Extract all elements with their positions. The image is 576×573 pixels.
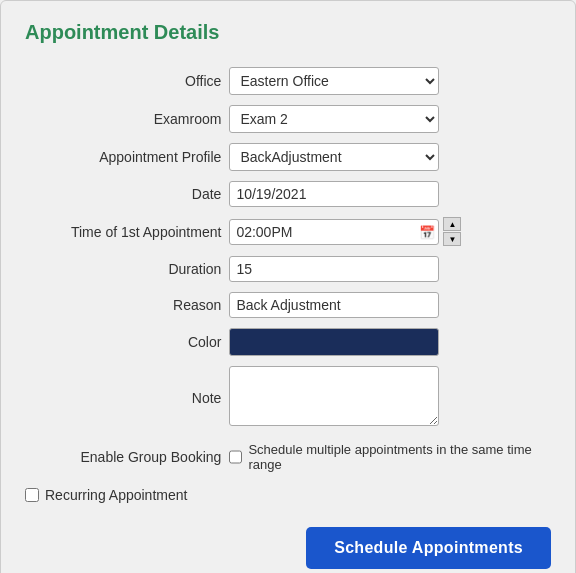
group-booking-cell: Schedule multiple appointments in the sa…: [225, 434, 551, 477]
note-row: Note: [25, 361, 551, 434]
examroom-row: Examroom Exam 1 Exam 2 Exam 3: [25, 100, 551, 138]
recurring-row: Recurring Appointment: [25, 487, 551, 503]
time-icon-wrapper: 📅: [229, 219, 439, 245]
reason-cell: [225, 287, 551, 323]
office-row: Office Eastern Office Western Office Nor…: [25, 62, 551, 100]
time-increment-button[interactable]: ▲: [443, 217, 461, 231]
reason-input[interactable]: [229, 292, 439, 318]
profile-row: Appointment Profile BackAdjustment Consu…: [25, 138, 551, 176]
office-cell: Eastern Office Western Office Northern O…: [225, 62, 551, 100]
group-booking-row: Enable Group Booking Schedule multiple a…: [25, 434, 551, 477]
duration-label: Duration: [25, 251, 225, 287]
form-table: Office Eastern Office Western Office Nor…: [25, 62, 551, 477]
group-booking-description: Schedule multiple appointments in the sa…: [248, 442, 547, 472]
group-booking-checkbox[interactable]: [229, 450, 242, 464]
duration-cell: [225, 251, 551, 287]
note-cell: [225, 361, 551, 434]
note-textarea[interactable]: [229, 366, 439, 426]
color-swatch[interactable]: [229, 328, 439, 356]
group-booking-inner: Schedule multiple appointments in the sa…: [229, 442, 547, 472]
profile-cell: BackAdjustment Consultation Follow-up: [225, 138, 551, 176]
examroom-label: Examroom: [25, 100, 225, 138]
profile-label: Appointment Profile: [25, 138, 225, 176]
duration-row: Duration: [25, 251, 551, 287]
time-row: Time of 1st Appointment 📅 ▲ ▼: [25, 212, 551, 251]
time-input[interactable]: [229, 219, 439, 245]
color-cell: [225, 323, 551, 361]
appointment-details-card: Appointment Details Office Eastern Offic…: [0, 0, 576, 573]
recurring-checkbox[interactable]: [25, 488, 39, 502]
color-label: Color: [25, 323, 225, 361]
date-label: Date: [25, 176, 225, 212]
note-label: Note: [25, 361, 225, 434]
date-row: Date: [25, 176, 551, 212]
reason-label: Reason: [25, 287, 225, 323]
recurring-label: Recurring Appointment: [45, 487, 187, 503]
profile-select[interactable]: BackAdjustment Consultation Follow-up: [229, 143, 439, 171]
bottom-row: Schedule Appointments: [25, 527, 551, 569]
group-booking-label: Enable Group Booking: [25, 434, 225, 477]
schedule-appointments-button[interactable]: Schedule Appointments: [306, 527, 551, 569]
card-title: Appointment Details: [25, 21, 551, 44]
date-input[interactable]: [229, 181, 439, 207]
time-label: Time of 1st Appointment: [25, 212, 225, 251]
time-wrapper: 📅 ▲ ▼: [229, 217, 547, 246]
color-row: Color: [25, 323, 551, 361]
reason-row: Reason: [25, 287, 551, 323]
time-cell: 📅 ▲ ▼: [225, 212, 551, 251]
duration-input[interactable]: [229, 256, 439, 282]
time-spinner: ▲ ▼: [443, 217, 461, 246]
examroom-select[interactable]: Exam 1 Exam 2 Exam 3: [229, 105, 439, 133]
examroom-cell: Exam 1 Exam 2 Exam 3: [225, 100, 551, 138]
date-cell: [225, 176, 551, 212]
office-select[interactable]: Eastern Office Western Office Northern O…: [229, 67, 439, 95]
office-label: Office: [25, 62, 225, 100]
time-decrement-button[interactable]: ▼: [443, 232, 461, 246]
